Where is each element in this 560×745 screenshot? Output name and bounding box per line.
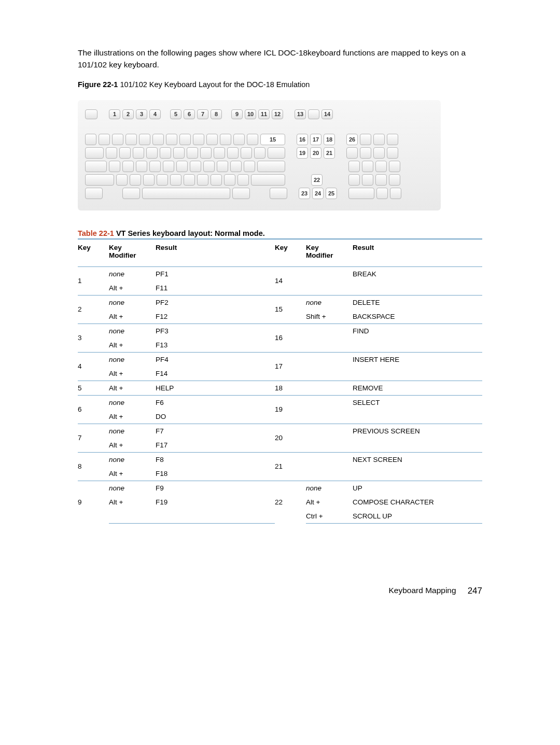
kbd-key: 8 bbox=[211, 109, 222, 119]
kbd-top-row: 1 2 3 4 5 6 7 8 9 10 11 12 13 14 bbox=[85, 109, 433, 119]
kbd-key bbox=[362, 174, 373, 186]
kbd-key bbox=[233, 134, 245, 145]
table-label: Table 22-1 bbox=[78, 229, 114, 237]
cell-modifier: Alt + bbox=[109, 281, 156, 296]
kbd-key: 24 bbox=[312, 188, 324, 199]
kbd-key bbox=[119, 147, 131, 159]
kbd-key bbox=[163, 161, 174, 172]
kbd-key bbox=[130, 174, 141, 186]
cell-result: BREAK bbox=[353, 266, 482, 281]
kbd-key: 12 bbox=[272, 109, 283, 119]
kbd-row: 19 20 21 bbox=[85, 147, 433, 159]
kbd-key bbox=[176, 161, 188, 172]
kbd-key bbox=[362, 161, 373, 172]
kbd-key bbox=[206, 134, 218, 145]
kbd-key: 25 bbox=[326, 188, 337, 199]
footer-section: Keyboard Mapping bbox=[389, 586, 456, 596]
kbd-key bbox=[179, 134, 191, 145]
kbd-key bbox=[251, 174, 285, 186]
cell-key: 15 bbox=[275, 295, 306, 324]
kbd-key bbox=[99, 134, 110, 145]
cell-key: 4 bbox=[78, 352, 109, 381]
cell-result: F8 bbox=[156, 452, 275, 467]
cell-modifier: Alt + bbox=[109, 495, 156, 509]
cell-result: DELETE bbox=[353, 295, 482, 310]
kbd-row bbox=[85, 161, 433, 172]
page-footer: Keyboard Mapping 247 bbox=[78, 586, 482, 596]
kbd-key bbox=[375, 161, 387, 172]
kbd-key bbox=[217, 161, 228, 172]
kbd-key: 1 bbox=[109, 109, 120, 119]
cell-result bbox=[353, 338, 482, 353]
kbd-key bbox=[142, 188, 230, 199]
cell-result: NEXT SCREEN bbox=[353, 452, 482, 467]
cell-modifier: Alt + bbox=[306, 495, 353, 509]
page: The illustrations on the following pages… bbox=[0, 0, 560, 617]
kbd-key bbox=[360, 147, 371, 159]
cell-modifier: none bbox=[306, 481, 353, 495]
kbd-key bbox=[389, 174, 400, 186]
kbd-row: 23 24 25 bbox=[85, 188, 433, 199]
cell-result: F18 bbox=[156, 467, 275, 481]
cell-key: 21 bbox=[275, 452, 306, 481]
kbd-key bbox=[244, 161, 255, 172]
kbd-key bbox=[106, 147, 117, 159]
kbd-key bbox=[116, 174, 128, 186]
kbd-key bbox=[376, 188, 388, 199]
kbd-key bbox=[230, 161, 242, 172]
cell-result: PF1 bbox=[156, 266, 275, 281]
kbd-key bbox=[85, 147, 104, 159]
th-key: Key bbox=[78, 239, 109, 267]
kbd-key bbox=[152, 134, 164, 145]
kbd-key bbox=[389, 161, 400, 172]
cell-key: 8 bbox=[78, 452, 109, 481]
kbd-key bbox=[387, 147, 398, 159]
table-row: 9noneF922noneUP bbox=[78, 481, 482, 495]
cell-key: 2 bbox=[78, 295, 109, 324]
cell-result: F17 bbox=[156, 438, 275, 453]
table-row: 5Alt +HELP18REMOVE bbox=[78, 381, 482, 395]
cell-modifier bbox=[306, 424, 353, 438]
cell-key: 20 bbox=[275, 424, 306, 452]
cell-result: COMPOSE CHARACTER bbox=[353, 495, 482, 509]
cell-result: HELP bbox=[156, 381, 275, 395]
cell-result: UP bbox=[353, 481, 482, 495]
cell-key: 5 bbox=[78, 381, 109, 395]
cell-result: F19 bbox=[156, 495, 275, 509]
kbd-key bbox=[197, 174, 208, 186]
cell-result: INSERT HERE bbox=[353, 352, 482, 367]
kbd-key: 9 bbox=[231, 109, 243, 119]
kbd-key: 7 bbox=[197, 109, 208, 119]
table-row: 2nonePF215noneDELETE bbox=[78, 295, 482, 310]
kbd-key bbox=[241, 147, 252, 159]
footer-page-number: 247 bbox=[468, 586, 482, 596]
cell-modifier bbox=[306, 467, 353, 481]
cell-modifier: Alt + bbox=[109, 467, 156, 481]
table-row: 6noneF619SELECT bbox=[78, 395, 482, 410]
figure-label-line: Figure 22-1 101/102 Key Keyboard Layout … bbox=[78, 80, 482, 89]
th-result: Result bbox=[156, 239, 275, 267]
kbd-key: 13 bbox=[295, 109, 306, 119]
kbd-key bbox=[122, 188, 140, 199]
table-row: 4nonePF417INSERT HERE bbox=[78, 352, 482, 367]
cell-key: 19 bbox=[275, 395, 306, 424]
kbd-key: 6 bbox=[184, 109, 195, 119]
kbd-key: 21 bbox=[324, 147, 335, 159]
cell-modifier bbox=[109, 509, 156, 524]
cell-key: 17 bbox=[275, 352, 306, 381]
cell-result: F13 bbox=[156, 338, 275, 353]
th-key-modifier: KeyModifier bbox=[109, 239, 156, 267]
kbd-key bbox=[220, 134, 231, 145]
cell-result: F9 bbox=[156, 481, 275, 495]
kbd-row: 22 bbox=[85, 174, 433, 186]
keyboard-mapping-table: Key KeyModifier Result Key KeyModifier R… bbox=[78, 238, 482, 524]
cell-modifier bbox=[306, 352, 353, 367]
kbd-key bbox=[166, 134, 177, 145]
table-title-line: Table 22-1 VT Series keyboard layout: No… bbox=[78, 229, 482, 237]
kbd-key bbox=[360, 134, 371, 145]
kbd-key bbox=[139, 134, 150, 145]
cell-key: 14 bbox=[275, 266, 306, 295]
kbd-row: 15 16 17 18 26 bbox=[85, 134, 433, 145]
kbd-key bbox=[373, 147, 385, 159]
cell-modifier: Alt + bbox=[109, 381, 156, 395]
